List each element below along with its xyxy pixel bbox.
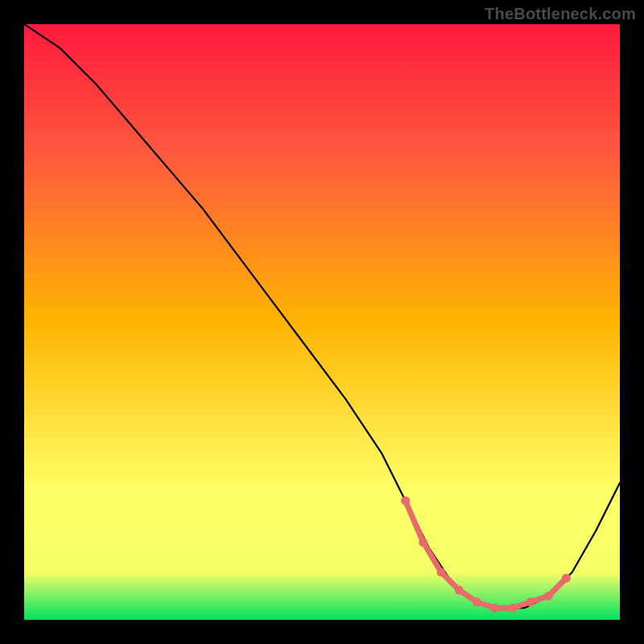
marker-dot	[508, 604, 517, 613]
marker-dot	[544, 592, 553, 601]
attribution-label: TheBottleneck.com	[485, 5, 636, 23]
marker-dot	[490, 604, 499, 613]
gradient-background	[24, 24, 620, 620]
marker-dot	[419, 538, 427, 547]
marker-dot	[562, 574, 571, 583]
marker-dot	[437, 568, 446, 576]
marker-dot	[455, 586, 464, 595]
marker-dot	[401, 497, 410, 506]
bottleneck-chart	[24, 24, 620, 620]
chart-frame: TheBottleneck.com	[0, 0, 644, 644]
marker-dot	[526, 597, 535, 606]
marker-dot	[473, 597, 481, 606]
